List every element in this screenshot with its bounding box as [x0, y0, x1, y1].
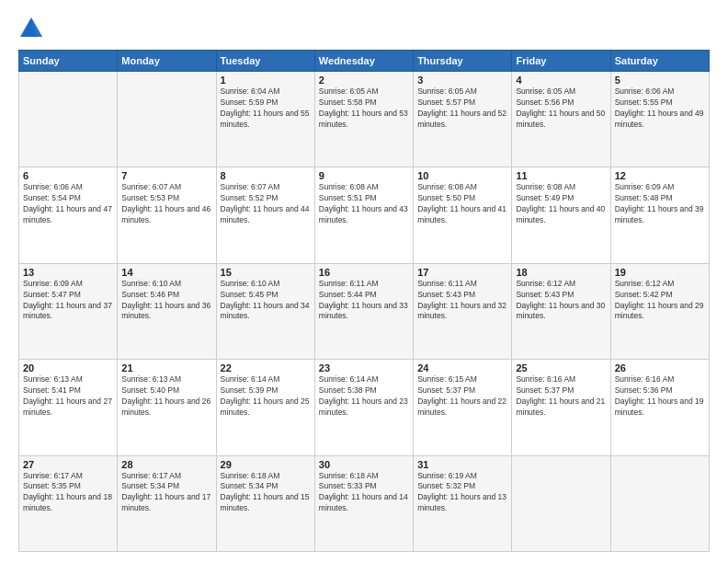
logo: [18, 15, 48, 40]
day-number: 25: [516, 362, 606, 373]
day-number: 1: [221, 75, 311, 86]
weekday-header-friday: Friday: [512, 51, 610, 72]
day-info: Sunrise: 6:18 AMSunset: 5:33 PMDaylight:…: [319, 471, 409, 515]
week-row-2: 6Sunrise: 6:06 AMSunset: 5:54 PMDaylight…: [19, 167, 710, 263]
day-info: Sunrise: 6:06 AMSunset: 5:54 PMDaylight:…: [23, 182, 113, 226]
day-info: Sunrise: 6:05 AMSunset: 5:57 PMDaylight:…: [417, 86, 507, 131]
day-number: 24: [417, 362, 507, 373]
weekday-header-saturday: Saturday: [610, 51, 709, 72]
day-cell: [19, 72, 118, 167]
day-cell: 25Sunrise: 6:16 AMSunset: 5:37 PMDayligh…: [512, 360, 610, 455]
day-cell: 2Sunrise: 6:05 AMSunset: 5:58 PMDaylight…: [314, 72, 413, 167]
day-info: Sunrise: 6:17 AMSunset: 5:34 PMDaylight:…: [121, 471, 211, 515]
day-number: 7: [121, 170, 211, 181]
day-number: 18: [516, 267, 606, 278]
day-number: 17: [417, 267, 507, 278]
weekday-header-monday: Monday: [118, 51, 216, 72]
day-number: 14: [121, 267, 211, 278]
day-number: 15: [221, 267, 311, 278]
day-number: 26: [615, 362, 705, 373]
day-info: Sunrise: 6:07 AMSunset: 5:52 PMDaylight:…: [221, 182, 311, 226]
day-info: Sunrise: 6:05 AMSunset: 5:56 PMDaylight:…: [516, 86, 606, 131]
day-cell: 4Sunrise: 6:05 AMSunset: 5:56 PMDaylight…: [512, 72, 610, 167]
day-number: 22: [221, 362, 311, 373]
day-info: Sunrise: 6:08 AMSunset: 5:51 PMDaylight:…: [319, 182, 409, 226]
week-row-5: 27Sunrise: 6:17 AMSunset: 5:35 PMDayligh…: [19, 455, 710, 551]
day-number: 19: [615, 267, 705, 278]
day-number: 21: [121, 362, 211, 373]
day-cell: 12Sunrise: 6:09 AMSunset: 5:48 PMDayligh…: [610, 167, 709, 263]
day-info: Sunrise: 6:15 AMSunset: 5:37 PMDaylight:…: [417, 374, 507, 419]
day-number: 16: [319, 267, 409, 278]
day-info: Sunrise: 6:12 AMSunset: 5:42 PMDaylight:…: [615, 279, 705, 323]
weekday-header-thursday: Thursday: [414, 51, 512, 72]
weekday-header-sunday: Sunday: [19, 51, 118, 72]
day-info: Sunrise: 6:14 AMSunset: 5:38 PMDaylight:…: [319, 374, 409, 419]
day-info: Sunrise: 6:16 AMSunset: 5:36 PMDaylight:…: [615, 374, 705, 419]
logo-icon: [18, 15, 44, 40]
day-info: Sunrise: 6:14 AMSunset: 5:39 PMDaylight:…: [221, 374, 311, 419]
day-info: Sunrise: 6:09 AMSunset: 5:48 PMDaylight:…: [615, 182, 705, 226]
day-info: Sunrise: 6:13 AMSunset: 5:40 PMDaylight:…: [121, 374, 211, 419]
day-cell: 5Sunrise: 6:06 AMSunset: 5:55 PMDaylight…: [610, 72, 709, 167]
day-info: Sunrise: 6:08 AMSunset: 5:49 PMDaylight:…: [516, 182, 606, 226]
day-info: Sunrise: 6:06 AMSunset: 5:55 PMDaylight:…: [615, 86, 705, 131]
day-cell: 28Sunrise: 6:17 AMSunset: 5:34 PMDayligh…: [118, 455, 216, 551]
day-number: 28: [121, 459, 211, 470]
day-cell: 11Sunrise: 6:08 AMSunset: 5:49 PMDayligh…: [512, 167, 610, 263]
day-cell: 27Sunrise: 6:17 AMSunset: 5:35 PMDayligh…: [19, 455, 118, 551]
day-cell: 26Sunrise: 6:16 AMSunset: 5:36 PMDayligh…: [610, 360, 709, 455]
day-cell: 1Sunrise: 6:04 AMSunset: 5:59 PMDaylight…: [216, 72, 314, 167]
day-info: Sunrise: 6:10 AMSunset: 5:45 PMDaylight:…: [221, 279, 311, 323]
day-number: 31: [417, 459, 507, 470]
day-number: 9: [319, 170, 409, 181]
week-row-1: 1Sunrise: 6:04 AMSunset: 5:59 PMDaylight…: [19, 72, 710, 167]
day-number: 13: [23, 267, 113, 278]
page: SundayMondayTuesdayWednesdayThursdayFrid…: [0, 0, 728, 563]
weekday-header-tuesday: Tuesday: [216, 51, 314, 72]
day-info: Sunrise: 6:05 AMSunset: 5:58 PMDaylight:…: [319, 86, 409, 131]
day-number: 10: [417, 170, 507, 181]
weekday-header-wednesday: Wednesday: [314, 51, 413, 72]
day-cell: 20Sunrise: 6:13 AMSunset: 5:41 PMDayligh…: [19, 360, 118, 455]
day-number: 8: [221, 170, 311, 181]
day-info: Sunrise: 6:11 AMSunset: 5:44 PMDaylight:…: [319, 279, 409, 323]
calendar-table: SundayMondayTuesdayWednesdayThursdayFrid…: [18, 50, 710, 552]
day-info: Sunrise: 6:12 AMSunset: 5:43 PMDaylight:…: [516, 279, 606, 323]
day-info: Sunrise: 6:10 AMSunset: 5:46 PMDaylight:…: [121, 279, 211, 323]
day-cell: 18Sunrise: 6:12 AMSunset: 5:43 PMDayligh…: [512, 263, 610, 359]
day-cell: 23Sunrise: 6:14 AMSunset: 5:38 PMDayligh…: [314, 360, 413, 455]
day-info: Sunrise: 6:09 AMSunset: 5:47 PMDaylight:…: [23, 279, 113, 323]
day-info: Sunrise: 6:19 AMSunset: 5:32 PMDaylight:…: [417, 471, 507, 515]
day-cell: [118, 72, 216, 167]
header: [18, 15, 710, 40]
day-number: 11: [516, 170, 606, 181]
day-number: 12: [615, 170, 705, 181]
week-row-4: 20Sunrise: 6:13 AMSunset: 5:41 PMDayligh…: [19, 360, 710, 455]
day-info: Sunrise: 6:13 AMSunset: 5:41 PMDaylight:…: [23, 374, 113, 419]
day-cell: 24Sunrise: 6:15 AMSunset: 5:37 PMDayligh…: [414, 360, 512, 455]
day-info: Sunrise: 6:08 AMSunset: 5:50 PMDaylight:…: [417, 182, 507, 226]
day-info: Sunrise: 6:11 AMSunset: 5:43 PMDaylight:…: [417, 279, 507, 323]
day-number: 30: [319, 459, 409, 470]
day-number: 5: [615, 75, 705, 86]
day-info: Sunrise: 6:17 AMSunset: 5:35 PMDaylight:…: [23, 471, 113, 515]
day-info: Sunrise: 6:16 AMSunset: 5:37 PMDaylight:…: [516, 374, 606, 419]
day-info: Sunrise: 6:18 AMSunset: 5:34 PMDaylight:…: [221, 471, 311, 515]
day-cell: 16Sunrise: 6:11 AMSunset: 5:44 PMDayligh…: [314, 263, 413, 359]
day-info: Sunrise: 6:07 AMSunset: 5:53 PMDaylight:…: [121, 182, 211, 226]
day-cell: 22Sunrise: 6:14 AMSunset: 5:39 PMDayligh…: [216, 360, 314, 455]
day-cell: 29Sunrise: 6:18 AMSunset: 5:34 PMDayligh…: [216, 455, 314, 551]
day-cell: 9Sunrise: 6:08 AMSunset: 5:51 PMDaylight…: [314, 167, 413, 263]
day-cell: [512, 455, 610, 551]
day-cell: 8Sunrise: 6:07 AMSunset: 5:52 PMDaylight…: [216, 167, 314, 263]
day-cell: 13Sunrise: 6:09 AMSunset: 5:47 PMDayligh…: [19, 263, 118, 359]
day-cell: 19Sunrise: 6:12 AMSunset: 5:42 PMDayligh…: [610, 263, 709, 359]
day-number: 2: [319, 75, 409, 86]
day-info: Sunrise: 6:04 AMSunset: 5:59 PMDaylight:…: [221, 86, 311, 131]
day-cell: 3Sunrise: 6:05 AMSunset: 5:57 PMDaylight…: [414, 72, 512, 167]
day-cell: 30Sunrise: 6:18 AMSunset: 5:33 PMDayligh…: [314, 455, 413, 551]
day-number: 4: [516, 75, 606, 86]
day-cell: 6Sunrise: 6:06 AMSunset: 5:54 PMDaylight…: [19, 167, 118, 263]
day-cell: 31Sunrise: 6:19 AMSunset: 5:32 PMDayligh…: [414, 455, 512, 551]
